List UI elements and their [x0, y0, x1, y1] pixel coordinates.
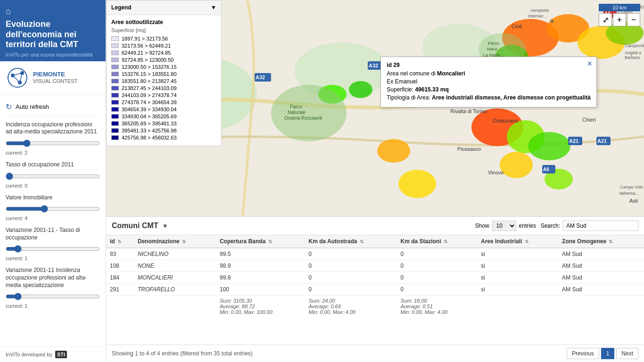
- slider-label-4: Variazione 2001-11 Incidenza occupazione…: [6, 267, 100, 289]
- legend-item: 1897.91 > 32173.56: [111, 36, 216, 41]
- table-cell: 108: [106, 260, 134, 272]
- table-cell: 0: [396, 260, 477, 272]
- table-header-row: Comuni CMT ▼ Show 5 10 25 50 100 entries: [106, 217, 644, 235]
- legend-item-label: 153276.15 > 183551.80: [122, 71, 177, 77]
- sidebar: ⌂ Evoluzione dell'economia nei territori…: [0, 0, 106, 362]
- legend-item-label: 123000.50 > 153276.15: [122, 64, 177, 70]
- sidebar-subtitle: InViTo per una nuova imprenditorialità: [6, 52, 100, 58]
- home-icon[interactable]: ⌂: [6, 7, 100, 16]
- table-cell: 0: [305, 260, 397, 272]
- sidebar-logo: PIEMONTE VISUAL CONTEST: [0, 61, 106, 95]
- map-area[interactable]: Alpignano Giaveno Rivalta di Torino Orba…: [106, 0, 644, 216]
- legend-chevron-icon[interactable]: ▼: [211, 4, 216, 11]
- table-area: Comuni CMT ▼ Show 5 10 25 50 100 entries: [106, 216, 644, 362]
- legend-swatch: [111, 93, 119, 98]
- table-dropdown-icon[interactable]: ▼: [162, 222, 168, 230]
- show-label: Show: [475, 222, 489, 229]
- legend-item: 32173.56 > 62449.21: [111, 43, 216, 49]
- legend-item: 183551.80 > 213827.45: [111, 78, 216, 84]
- svg-text:Angela e: Angela e: [625, 50, 642, 55]
- table-cell: AM Sud: [558, 284, 644, 296]
- legend-item: 395481.33 > 425756.98: [111, 128, 216, 133]
- legend-item: 334930.04 > 365205.69: [111, 114, 216, 119]
- search-input[interactable]: [563, 221, 638, 231]
- prev-button[interactable]: Previous: [567, 348, 599, 359]
- legend-item: 244103.09 > 274378.74: [111, 92, 216, 98]
- table-summary-cell: Sum: 24.00 Average: 0.69 Min: 0.00, Max:…: [305, 296, 397, 318]
- col-denominazione[interactable]: Denominazione ⇅: [134, 235, 216, 248]
- slider-label-2: Valore Immobiliare: [6, 194, 100, 202]
- map-popup: ✕ id 29 Area nel comune di Moncalieri Ex…: [380, 57, 597, 107]
- slider-input-3[interactable]: [6, 245, 100, 253]
- svg-text:Natur...: Natur...: [487, 47, 501, 51]
- col-zone[interactable]: Zone Omogenee ⇅: [558, 235, 644, 248]
- table-cell: si: [477, 272, 558, 284]
- table-summary-cell: Sum: 18.00 Average: 0.51 Min: 0.00, Max:…: [396, 296, 477, 318]
- table-cell: 83: [106, 248, 134, 260]
- svg-text:Chieri: Chieri: [582, 117, 596, 123]
- legend-swatch: [111, 72, 119, 76]
- slider-input-4[interactable]: [6, 293, 100, 300]
- svg-point-23: [349, 81, 372, 98]
- popup-id: id 29: [387, 62, 591, 68]
- legend-item-label: 304654.39 > 334930.04: [122, 107, 177, 112]
- legend-item-label: 92724.85 > 123000.50: [122, 57, 173, 63]
- slider-input-2[interactable]: [6, 205, 100, 213]
- legend-item-label: 183551.80 > 213827.45: [122, 78, 177, 84]
- map-btn-row: ⤢ + −: [599, 13, 640, 26]
- legend-swatch: [111, 86, 119, 90]
- legend-item-label: 334930.04 > 365205.69: [122, 114, 177, 119]
- map-zoom-out-button[interactable]: −: [627, 13, 640, 26]
- slider-input-0[interactable]: [6, 140, 100, 147]
- svg-text:Cirié: Cirié: [512, 24, 522, 29]
- col-id[interactable]: id ⇅: [106, 235, 134, 248]
- slider-incidenza-2011: Incidenza occupazione professioni ad alt…: [6, 121, 100, 156]
- next-button[interactable]: Next: [616, 348, 638, 359]
- svg-text:Orsiera-Rocciavrè: Orsiera-Rocciavrè: [284, 115, 322, 121]
- svg-text:Internaz...: Internaz...: [528, 14, 547, 18]
- logo-text: PIEMONTE VISUAL CONTEST: [33, 71, 77, 84]
- table-summary-cell: [558, 296, 644, 318]
- legend-item-label: 32173.56 > 62449.21: [122, 43, 171, 49]
- table-summary-cell: [106, 296, 134, 318]
- entries-select[interactable]: 5 10 25 50 100: [492, 221, 516, 231]
- legend-item: 153276.15 > 183551.80: [111, 71, 216, 77]
- slider-label-1: Tasso di occupazione 2011: [6, 161, 100, 169]
- popup-close-button[interactable]: ✕: [587, 60, 593, 67]
- auto-refresh-row[interactable]: ↻ Auto refresh: [6, 99, 100, 116]
- svg-text:Parco: Parco: [290, 104, 303, 109]
- svg-line-6: [13, 75, 20, 82]
- entries-label: entries: [519, 222, 536, 229]
- legend-swatch: [111, 121, 119, 126]
- legend-swatch: [111, 58, 119, 62]
- col-km-autostrada[interactable]: Km da Autostrada ⇅: [305, 235, 397, 248]
- table-row: 83NICHELINO99.500siAM Sud: [106, 248, 644, 260]
- table-summary-row: Sum: 3105.30 Average: 88.72 Min: 0.00, M…: [106, 296, 644, 318]
- auto-refresh-label: Auto refresh: [16, 103, 49, 110]
- map-zoom-in-button[interactable]: +: [613, 13, 626, 26]
- table-cell: NICHELINO: [134, 248, 216, 260]
- legend-swatch: [111, 50, 119, 55]
- legend-title: Legend: [111, 4, 132, 11]
- slider-input-1[interactable]: [6, 173, 100, 180]
- legend-header: Legend ▼: [107, 0, 221, 15]
- page-1-button[interactable]: 1: [601, 348, 615, 359]
- col-copertura[interactable]: Copertura Banda ⇅: [216, 235, 305, 248]
- table-cell: si: [477, 284, 558, 296]
- map-expand-button[interactable]: ⤢: [599, 13, 612, 26]
- svg-text:Parco: Parco: [488, 41, 499, 46]
- refresh-icon[interactable]: ↻: [6, 102, 12, 111]
- legend-item-label: 1897.91 > 32173.56: [122, 36, 168, 41]
- table-row: 291TROFARELLO10000siAM Sud: [106, 284, 644, 296]
- table-summary-cell: Sum: 3105.30 Average: 88.72 Min: 0.00, M…: [216, 296, 305, 318]
- svg-text:A6: A6: [543, 167, 549, 172]
- logo-graphic: [6, 66, 29, 90]
- table-cell: 99.5: [216, 248, 305, 260]
- legend-section-title: Aree sottoutilizzate: [111, 19, 216, 25]
- legend-item: 274378.74 > 304654.39: [111, 99, 216, 105]
- svg-text:Orbassano: Orbassano: [493, 118, 518, 123]
- slider-valore-immobiliare: Valore Immobiliare current: 4: [6, 194, 100, 222]
- col-km-stazioni[interactable]: Km da Stazioni ⇅: [396, 235, 477, 248]
- svg-text:Vinovo: Vinovo: [488, 170, 504, 175]
- col-aree-ind[interactable]: Aree Industriali ⇅: [477, 235, 558, 248]
